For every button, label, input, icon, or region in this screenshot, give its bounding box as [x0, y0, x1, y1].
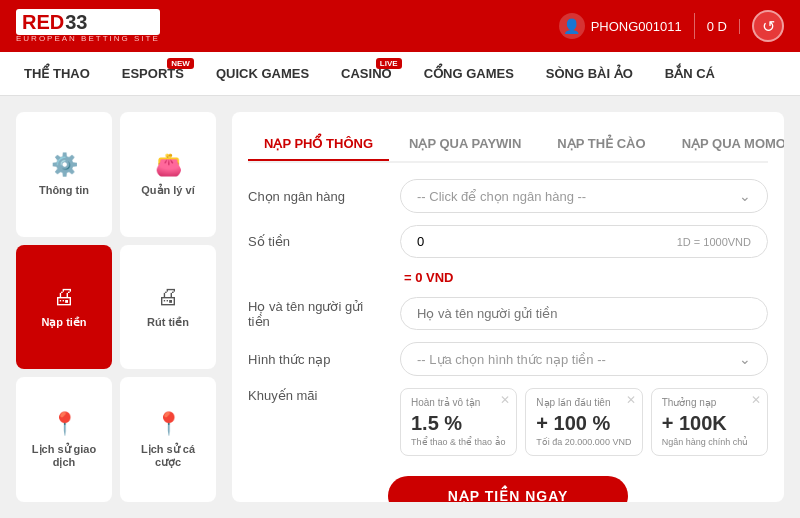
esports-badge: NEW	[167, 58, 194, 69]
withdraw-icon: 🖨	[157, 284, 179, 310]
amount-vnd: = 0 VND	[404, 270, 768, 285]
nav-item-esports[interactable]: ESPORTS NEW	[106, 52, 200, 96]
tab-nap-qua-paywin[interactable]: NẠP QUA PAYWIN	[393, 128, 537, 161]
username-label: PHONG001011	[591, 19, 682, 34]
deposit-tabs: NẠP PHỔ THÔNG NẠP QUA PAYWIN NẠP THẺ CÀO…	[248, 128, 768, 163]
bank-label: Chọn ngân hàng	[248, 189, 388, 204]
promo-value-0: 1.5 %	[411, 412, 506, 434]
logo-subtitle: EUROPEAN BETTING SITE	[16, 35, 160, 44]
logo-box: RED 33	[16, 9, 160, 35]
promo-card-2[interactable]: ✕ Thưởng nạp + 100K Ngân hàng chính chủ	[651, 388, 768, 456]
sidebar-item-rut-tien[interactable]: 🖨 Rút tiền	[120, 245, 216, 370]
bank-row: Chọn ngân hàng -- Click để chọn ngân hàn…	[248, 179, 768, 213]
promo-title-2: Thưởng nạp	[662, 397, 757, 408]
nav-item-the-thao[interactable]: THỂ THAO	[8, 52, 106, 96]
nav-item-ban-ca[interactable]: BẮN CÁ	[649, 52, 731, 96]
nav-item-casino[interactable]: CASINO LIVE	[325, 52, 408, 96]
method-select[interactable]: -- Lựa chọn hình thức nạp tiền -- ⌄	[400, 342, 768, 376]
amount-label: Số tiền	[248, 234, 388, 249]
sender-row: Họ và tên người gửi tiền	[248, 297, 768, 330]
amount-input-wrapper[interactable]: 1D = 1000VND	[400, 225, 768, 258]
sender-input-wrapper[interactable]	[400, 297, 768, 330]
sidebar-item-thong-tin[interactable]: ⚙️ Thông tin	[16, 112, 112, 237]
sidebar-item-nap-tien[interactable]: 🖨 Nạp tiền	[16, 245, 112, 370]
promo-close-icon-2[interactable]: ✕	[751, 393, 761, 407]
casino-badge: LIVE	[376, 58, 402, 69]
amount-input[interactable]	[417, 234, 477, 249]
promo-value-1: + 100 %	[536, 412, 631, 434]
bank-placeholder: -- Click để chọn ngân hàng --	[417, 189, 586, 204]
history-icon: 📍	[51, 411, 78, 437]
nav-item-song-bai-ao[interactable]: SÒNG BÀI ẢO	[530, 52, 649, 96]
sidebar-item-lich-su-ca-cuoc[interactable]: 📍 Lịch sử cá cược	[120, 377, 216, 502]
promo-title-0: Hoàn trả vô tận	[411, 397, 506, 408]
tab-nap-qua-momo[interactable]: NẠP QUA MOMO	[666, 128, 784, 161]
submit-button[interactable]: NẠP TIỀN NGAY	[388, 476, 629, 502]
amount-hint: 1D = 1000VND	[677, 236, 751, 248]
promo-row: Khuyến mãi ✕ Hoàn trả vô tận 1.5 % Thể t…	[248, 388, 768, 456]
logo-red: RED	[22, 11, 64, 33]
content-panel: NẠP PHỔ THÔNG NẠP QUA PAYWIN NẠP THẺ CÀO…	[232, 112, 784, 502]
balance-display: 0 D	[707, 19, 740, 34]
main-navigation: THỂ THAO ESPORTS NEW QUICK GAMES CASINO …	[0, 52, 800, 96]
nav-item-quick-games[interactable]: QUICK GAMES	[200, 52, 325, 96]
tab-nap-pho-thong[interactable]: NẠP PHỔ THÔNG	[248, 128, 389, 161]
header-right: 👤 PHONG001011 0 D ↺	[559, 10, 784, 42]
settings-icon: ⚙️	[51, 152, 78, 178]
promo-desc-0: Thể thao & thể thao ảo	[411, 437, 506, 447]
promo-card-1[interactable]: ✕ Nạp lần đầu tiên + 100 % Tối đa 20.000…	[525, 388, 642, 456]
sidebar-item-quan-ly-vi[interactable]: 👛 Quản lý ví	[120, 112, 216, 237]
promo-cards: ✕ Hoàn trả vô tận 1.5 % Thể thao & thể t…	[400, 388, 768, 456]
promo-value-2: + 100K	[662, 412, 757, 434]
nav-item-cong-games[interactable]: CỔNG GAMES	[408, 52, 530, 96]
header: RED 33 EUROPEAN BETTING SITE 👤 PHONG0010…	[0, 0, 800, 52]
method-label: Hình thức nạp	[248, 352, 388, 367]
deposit-icon: 🖨	[53, 284, 75, 310]
user-avatar-icon: 👤	[559, 13, 585, 39]
amount-row: Số tiền 1D = 1000VND	[248, 225, 768, 258]
promo-desc-1: Tối đa 20.000.000 VND	[536, 437, 631, 447]
deposit-form: Chọn ngân hàng -- Click để chọn ngân hàn…	[248, 179, 768, 502]
logo-num: 33	[65, 11, 87, 33]
promo-close-icon-1[interactable]: ✕	[626, 393, 636, 407]
method-chevron-icon: ⌄	[739, 351, 751, 367]
wallet-icon: 👛	[155, 152, 182, 178]
method-placeholder: -- Lựa chọn hình thức nạp tiền --	[417, 352, 606, 367]
bank-chevron-icon: ⌄	[739, 188, 751, 204]
promo-close-icon-0[interactable]: ✕	[500, 393, 510, 407]
submit-row: NẠP TIỀN NGAY	[248, 476, 768, 502]
bank-select[interactable]: -- Click để chọn ngân hàng -- ⌄	[400, 179, 768, 213]
bet-history-icon: 📍	[155, 411, 182, 437]
sender-input[interactable]	[417, 306, 751, 321]
main-content: ⚙️ Thông tin 👛 Quản lý ví 🖨 Nạp tiền 🖨 R…	[0, 96, 800, 518]
sidebar-item-lich-su-giao-dich[interactable]: 📍 Lịch sử giao dịch	[16, 377, 112, 502]
method-row: Hình thức nạp -- Lựa chọn hình thức nạp …	[248, 342, 768, 376]
user-info: 👤 PHONG001011	[559, 13, 695, 39]
sender-label: Họ và tên người gửi tiền	[248, 299, 388, 329]
promo-label: Khuyến mãi	[248, 388, 388, 403]
promo-desc-2: Ngân hàng chính chủ	[662, 437, 757, 447]
promo-card-0[interactable]: ✕ Hoàn trả vô tận 1.5 % Thể thao & thể t…	[400, 388, 517, 456]
sidebar: ⚙️ Thông tin 👛 Quản lý ví 🖨 Nạp tiền 🖨 R…	[16, 112, 216, 502]
logo: RED 33 EUROPEAN BETTING SITE	[16, 9, 160, 44]
promo-title-1: Nạp lần đầu tiên	[536, 397, 631, 408]
wallet-button[interactable]: ↺	[752, 10, 784, 42]
tab-nap-the-cao[interactable]: NẠP THẺ CÀO	[541, 128, 661, 161]
